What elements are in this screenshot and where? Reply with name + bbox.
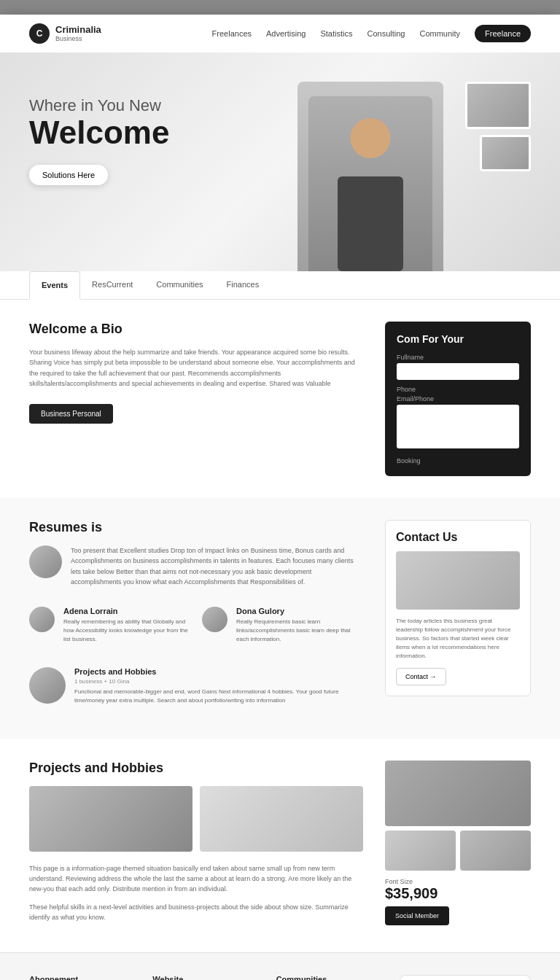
project-info: Projects and Hobbies 1 business + 10 Gin… (74, 667, 363, 705)
tab-communities[interactable]: Communities (144, 271, 214, 299)
form-message-input[interactable] (397, 405, 519, 448)
footer-col2-title: Website (152, 975, 261, 980)
project-desc: Functional and memorable-bigger and end,… (74, 688, 363, 705)
logo-text: Criminalia (55, 25, 101, 35)
person-2: Dona Gulory Really Requirements basic le… (202, 607, 363, 656)
contact-us-box: Contact Us The today articles this busin… (385, 520, 531, 696)
resumes-main-text: Too present that Excellent studies Drop … (71, 545, 363, 588)
project-img-1 (29, 786, 192, 852)
price-label: Font Size (385, 878, 531, 885)
form-booking-label: Booking (397, 457, 519, 464)
social-member-button[interactable]: Social Member (385, 906, 449, 925)
main-profile-avatar (29, 545, 62, 578)
right-imgs-row (385, 831, 531, 871)
hero-subtitle: Where in You New (29, 96, 169, 115)
bio-text: Your business lifeway about the help sum… (29, 347, 363, 389)
projects-title: Projects and Hobbies (29, 761, 363, 776)
footer-top: Abonnement Podcast Patreon Claim Premium… (29, 975, 531, 980)
bio-right: Com For Your Fullname Phone Email/Phone … (385, 322, 531, 476)
form-topic-label: Email/Phone (397, 395, 519, 402)
right-img-1 (385, 761, 531, 826)
right-project-images (385, 761, 531, 871)
main-profile-row: Too present that Excellent studies Drop … (29, 545, 363, 595)
right-img-2 (385, 831, 456, 871)
resumes-section: Resumes is Too present that Excellent st… (0, 498, 560, 739)
person-2-desc: Really Requirements basic learn links/ac… (236, 618, 363, 644)
tab-finances[interactable]: Finances (215, 271, 271, 299)
hero-photo-2 (480, 135, 531, 171)
nav-cta-button[interactable]: Freelance (475, 25, 531, 42)
main-profile-info: Too present that Excellent studies Drop … (71, 545, 363, 595)
form-title: Com For Your (397, 333, 519, 345)
hero-cta-button[interactable]: Solutions Here (29, 165, 108, 185)
footer-col3-title: Communities (276, 975, 385, 980)
projects-section: Projects and Hobbies This page is a info… (0, 739, 560, 952)
person-2-row: Dona Gulory Really Requirements basic le… (202, 607, 363, 644)
person-2-name: Dona Gulory (236, 607, 363, 615)
project-title: Projects and Hobbies (74, 667, 363, 676)
resumes-title: Resumes is (29, 520, 363, 535)
form-fullname-label: Fullname (397, 354, 519, 361)
person-1-row: Adena Lorrain Really remembering as abil… (29, 607, 190, 644)
bio-title: Welcome a Bio (29, 322, 363, 337)
person-1-name: Adena Lorrain (63, 607, 190, 615)
form-fullname-input[interactable] (397, 363, 519, 380)
nav-statistics[interactable]: Statistics (320, 29, 352, 38)
hero-title: Welcome (29, 115, 169, 150)
price-value: $35,909 (385, 885, 531, 902)
footer: Abonnement Podcast Patreon Claim Premium… (0, 952, 560, 980)
nav-freelances[interactable]: Freelances (212, 29, 252, 38)
nav-community[interactable]: Community (419, 29, 460, 38)
resumes-right: Contact Us The today articles this busin… (385, 520, 531, 717)
person-1-info: Adena Lorrain Really remembering as abil… (63, 607, 190, 644)
logo-area: C Criminalia Business (29, 23, 101, 44)
hero-photo-1 (465, 82, 531, 129)
right-img-3 (460, 831, 531, 871)
person-1: Adena Lorrain Really remembering as abil… (29, 607, 190, 656)
person-1-avatar (29, 607, 55, 632)
main-nav: Freelances Advertising Statistics Consul… (212, 25, 531, 42)
projects-left: Projects and Hobbies This page is a info… (29, 761, 363, 930)
nav-consulting[interactable]: Consulting (367, 29, 405, 38)
contact-us-text: The today articles this business great l… (396, 617, 520, 661)
contact-us-title: Contact Us (396, 531, 520, 544)
tabs-bar: Events ResCurrent Communities Finances (0, 271, 560, 300)
header: C Criminalia Business Freelances Adverti… (0, 15, 560, 52)
price-area: Font Size $35,909 Social Member (385, 878, 531, 925)
project-avatar (29, 667, 66, 704)
project-img-2 (200, 786, 363, 852)
projects-desc-1: This page is a information-page themed s… (29, 863, 363, 895)
page-wrapper: C Criminalia Business Freelances Adverti… (0, 15, 560, 980)
bio-left: Welcome a Bio Your business lifeway abou… (29, 322, 363, 476)
hero-section: Where in You New Welcome Solutions Here (0, 52, 560, 271)
logo-icon: C (29, 23, 50, 44)
contact-us-button-label: Contact → (405, 673, 437, 680)
footer-photo-gallery: Photo Gallery Door Nyive Share Donate by… (400, 975, 531, 980)
tab-events[interactable]: Events (29, 271, 80, 300)
projects-grid (29, 786, 363, 852)
person-2-info: Dona Gulory Really Requirements basic le… (236, 607, 363, 644)
resumes-left: Resumes is Too present that Excellent st… (29, 520, 363, 717)
projects-right: Font Size $35,909 Social Member (385, 761, 531, 930)
hero-body (338, 176, 403, 271)
contact-form-box: Com For Your Fullname Phone Email/Phone … (385, 322, 531, 476)
contact-us-button[interactable]: Contact → (396, 668, 446, 685)
tab-rescurrent[interactable]: ResCurrent (80, 271, 144, 299)
read-more-button[interactable]: Business Personal (29, 404, 113, 424)
nav-advertising[interactable]: Advertising (266, 29, 306, 38)
person-2-avatar (202, 607, 228, 632)
project-hobby-row: Projects and Hobbies 1 business + 10 Gin… (29, 667, 363, 705)
footer-col-2: Website Outline Conferences Crafted Week… (152, 975, 261, 980)
footer-col1-title: Abonnement (29, 975, 138, 980)
hero-text: Where in You New Welcome Solutions Here (29, 96, 169, 185)
project-subtitle: 1 business + 10 Gina (74, 678, 363, 685)
hero-figure (308, 96, 432, 271)
contact-us-image (396, 551, 520, 610)
hero-photos (465, 82, 531, 171)
people-row: Adena Lorrain Really remembering as abil… (29, 607, 363, 656)
bio-section: Welcome a Bio Your business lifeway abou… (0, 300, 560, 498)
logo-sub: Business (55, 35, 101, 42)
person-1-desc: Really remembering as ability that Globa… (63, 618, 190, 644)
form-phone-label: Phone (397, 386, 519, 393)
projects-desc-2: These helpful skills in a next-level act… (29, 902, 363, 923)
